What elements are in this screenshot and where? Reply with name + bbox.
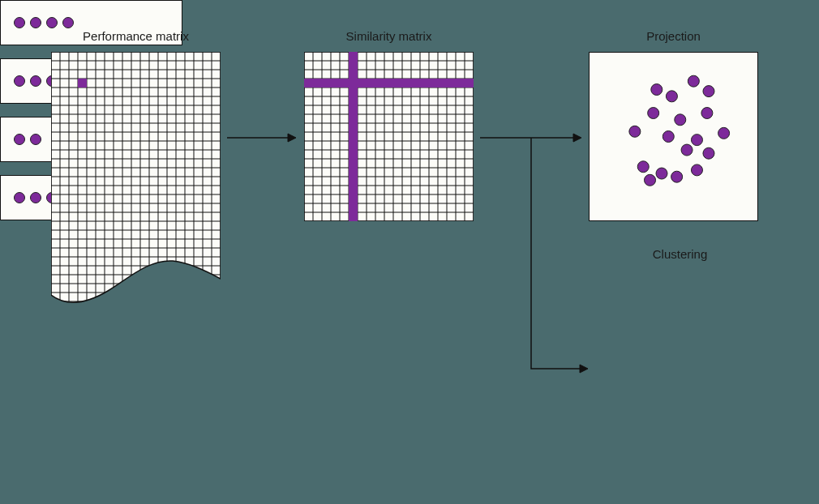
- similarity-matrix-panel: [304, 52, 474, 221]
- svg-point-98: [648, 108, 659, 119]
- svg-marker-116: [580, 365, 588, 373]
- cluster-dot: [30, 134, 41, 145]
- svg-point-95: [666, 91, 677, 102]
- svg-point-102: [662, 131, 674, 143]
- svg-point-103: [691, 135, 702, 146]
- cluster-dot: [46, 17, 58, 28]
- cluster-dot: [14, 192, 25, 203]
- performance-matrix-label: Performance matrix: [51, 29, 221, 43]
- svg-marker-113: [288, 134, 296, 142]
- cluster-dot: [30, 17, 41, 28]
- svg-point-105: [681, 144, 693, 156]
- cluster-dot: [62, 17, 74, 28]
- svg-rect-51: [304, 52, 474, 221]
- svg-point-106: [703, 147, 714, 159]
- projection-panel: [589, 52, 758, 221]
- arrow-perf-to-sim: [227, 130, 296, 146]
- cluster-dot: [30, 75, 41, 87]
- cluster-dot: [14, 134, 25, 145]
- svg-point-99: [675, 114, 686, 126]
- svg-point-100: [701, 108, 713, 119]
- svg-point-96: [688, 75, 699, 87]
- svg-rect-93: [349, 52, 358, 221]
- performance-matrix-panel: [51, 52, 221, 319]
- similarity-matrix-label: Similarity matrix: [304, 29, 474, 43]
- svg-point-109: [671, 171, 683, 182]
- svg-point-104: [718, 127, 730, 139]
- cluster-dot: [14, 75, 25, 87]
- svg-point-101: [629, 126, 641, 137]
- cluster-dot: [14, 17, 25, 28]
- svg-rect-92: [304, 79, 474, 88]
- projection-label: Projection: [589, 29, 758, 43]
- cluster-dot: [30, 192, 41, 203]
- svg-point-97: [703, 86, 714, 97]
- svg-point-94: [651, 84, 662, 96]
- svg-rect-50: [78, 79, 87, 88]
- svg-point-111: [645, 174, 656, 186]
- clustering-label: Clustering: [589, 247, 771, 261]
- svg-point-107: [637, 161, 649, 173]
- svg-point-108: [656, 168, 667, 179]
- svg-point-110: [691, 164, 702, 176]
- arrow-sim-to-clust: [527, 130, 592, 381]
